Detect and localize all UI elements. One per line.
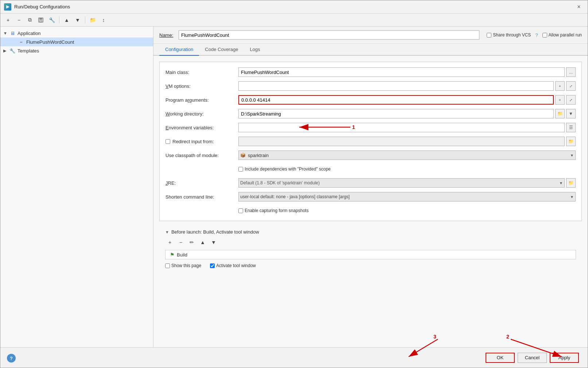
cancel-button[interactable]: Cancel	[518, 353, 547, 363]
working-dir-control: 📁 ▼	[238, 109, 576, 118]
launch-header: ▼ Before launch: Build, Activate tool wi…	[165, 229, 576, 235]
tree-item-application[interactable]: ▼ 🖥 Application	[0, 29, 153, 38]
show-page-label[interactable]: Show this page	[165, 263, 201, 268]
redirect-label: Redirect input from:	[172, 139, 214, 144]
main-class-input[interactable]	[238, 67, 565, 77]
templates-icon: 🔧	[9, 47, 16, 54]
settings-button[interactable]: 🔧	[47, 15, 57, 25]
working-dir-folder-btn[interactable]: 📁	[555, 109, 565, 118]
redirect-checkbox[interactable]	[166, 139, 170, 144]
sort-button[interactable]: ↕	[99, 15, 108, 25]
tree-arrow-templates: ▶	[3, 48, 9, 53]
redirect-input[interactable]	[238, 137, 565, 146]
move-down-button[interactable]: ▼	[73, 15, 82, 25]
launch-toolbar: + − ✏ ▲ ▼	[165, 238, 576, 247]
shorten-cmd-value: user-local default: none - java [options…	[240, 194, 350, 199]
templates-label: Templates	[17, 48, 39, 54]
application-label: Application	[17, 31, 41, 36]
include-deps-row: Include dependencies with "Provided" sco…	[166, 164, 576, 174]
close-button[interactable]: ×	[574, 2, 584, 12]
working-dir-chevron-btn[interactable]: ▼	[566, 109, 576, 118]
tab-logs[interactable]: Logs	[244, 44, 266, 56]
include-deps-label[interactable]: Include dependencies with "Provided" sco…	[238, 167, 331, 172]
launch-up-btn[interactable]: ▲	[198, 238, 207, 247]
launch-remove-btn[interactable]: −	[176, 238, 186, 247]
launch-down-btn[interactable]: ▼	[209, 238, 218, 247]
launch-edit-btn[interactable]: ✏	[187, 238, 196, 247]
flumepush-label: FlumePushWordCount	[26, 39, 74, 45]
env-vars-input[interactable]	[238, 123, 565, 132]
tree-panel: ▼ 🖥 Application ▪▪ FlumePushWordCount ▶ …	[0, 27, 153, 347]
program-args-input[interactable]	[238, 95, 554, 105]
main-class-browse-button[interactable]: ...	[566, 67, 576, 77]
save-button[interactable]	[36, 15, 46, 25]
tab-code-coverage[interactable]: Code Coverage	[199, 44, 244, 56]
jre-select[interactable]: Default (1.8 - SDK of 'sparktrain' modul…	[238, 178, 565, 188]
enable-snapshots-checkbox[interactable]	[238, 208, 243, 213]
classpath-value: sparktrain	[248, 153, 269, 158]
main-content: ▼ 🖥 Application ▪▪ FlumePushWordCount ▶ …	[0, 27, 588, 347]
run-debug-dialog: ▶ Run/Debug Configurations × + − ⧉ 🔧 ▲ ▼…	[0, 0, 588, 368]
vm-options-expand-btn[interactable]: ⤢	[566, 81, 576, 91]
classpath-select[interactable]: 📦 sparktrain ▼	[238, 150, 576, 160]
move-up-button[interactable]: ▲	[62, 15, 71, 25]
copy-button[interactable]: ⧉	[25, 15, 35, 25]
working-dir-input[interactable]	[238, 109, 554, 118]
jre-browse-btn[interactable]: 📁	[566, 178, 576, 188]
ok-button[interactable]: OK	[486, 353, 515, 363]
redirect-checkbox-container: Redirect input from:	[166, 139, 238, 144]
enable-snapshots-label[interactable]: Enable capturing form snapshots	[238, 208, 308, 213]
tree-item-flumepush[interactable]: ▪▪ FlumePushWordCount	[0, 38, 153, 46]
working-dir-label: Working directory:	[166, 111, 238, 117]
program-args-control: + ⤢	[238, 95, 576, 105]
enable-snapshots-control: Enable capturing form snapshots	[238, 208, 576, 213]
remove-button[interactable]: −	[14, 15, 24, 25]
shorten-cmd-label: Shorten command line:	[166, 194, 238, 200]
config-panel: Main class: ... VM options:	[153, 56, 588, 347]
program-args-add-btn[interactable]: +	[555, 95, 565, 105]
redirect-control: 📁	[238, 137, 576, 146]
vm-options-add-btn[interactable]: +	[555, 81, 565, 91]
allow-parallel-label[interactable]: Allow parallel run	[542, 32, 582, 38]
redirect-input-row: Redirect input from: 📁	[166, 136, 576, 146]
svg-rect-1	[39, 18, 42, 20]
activate-window-label[interactable]: Activate tool window	[210, 263, 256, 268]
env-vars-label: Environment variables:	[166, 125, 238, 130]
vm-options-input[interactable]	[238, 81, 554, 91]
env-vars-browse-btn[interactable]: ☰	[566, 123, 576, 132]
main-class-label: Main class:	[166, 70, 238, 75]
title-bar-text: Run/Debug Configurations	[14, 4, 574, 9]
share-vcs-checkbox[interactable]	[487, 33, 491, 38]
activate-window-checkbox[interactable]	[210, 263, 215, 268]
right-panel: Name: Share through VCS ? Allow parallel…	[153, 27, 588, 347]
name-input[interactable]	[179, 30, 479, 40]
shorten-cmd-control: user-local default: none - java [options…	[238, 192, 576, 201]
classpath-chevron: ▼	[570, 153, 574, 157]
help-icon[interactable]: ?	[535, 32, 538, 38]
show-page-checkbox[interactable]	[165, 263, 170, 268]
add-button[interactable]: +	[3, 15, 13, 25]
program-args-expand-btn[interactable]: ⤢	[566, 95, 576, 105]
include-deps-checkbox[interactable]	[238, 167, 243, 172]
vm-options-row: VM options: + ⤢	[166, 81, 576, 91]
tree-item-templates[interactable]: ▶ 🔧 Templates	[0, 46, 153, 55]
toolbar-sep-2	[85, 16, 85, 24]
folder-button[interactable]: 📁	[88, 15, 97, 25]
shorten-cmd-select[interactable]: user-local default: none - java [options…	[238, 192, 576, 201]
tab-configuration[interactable]: Configuration	[159, 44, 199, 56]
share-vcs-label[interactable]: Share through VCS	[487, 32, 531, 38]
launch-header-text: Before launch: Build, Activate tool wind…	[171, 229, 259, 235]
working-dir-row: Working directory: 📁 ▼	[166, 109, 576, 119]
main-form-section: Main class: ... VM options:	[159, 62, 582, 221]
classpath-icon: 📦	[240, 153, 246, 158]
name-row: Name: Share through VCS ? Allow parallel…	[153, 27, 588, 44]
redirect-browse-btn[interactable]: 📁	[566, 137, 576, 146]
vm-options-control: + ⤢	[238, 81, 576, 91]
launch-collapse-arrow[interactable]: ▼	[165, 230, 169, 234]
help-button[interactable]: ?	[7, 354, 16, 363]
launch-add-btn[interactable]: +	[165, 238, 175, 247]
app-icon: ▶	[4, 3, 11, 11]
shorten-cmd-row: Shorten command line: user-local default…	[166, 192, 576, 202]
apply-button[interactable]: Apply	[550, 353, 579, 363]
allow-parallel-checkbox[interactable]	[542, 33, 547, 38]
